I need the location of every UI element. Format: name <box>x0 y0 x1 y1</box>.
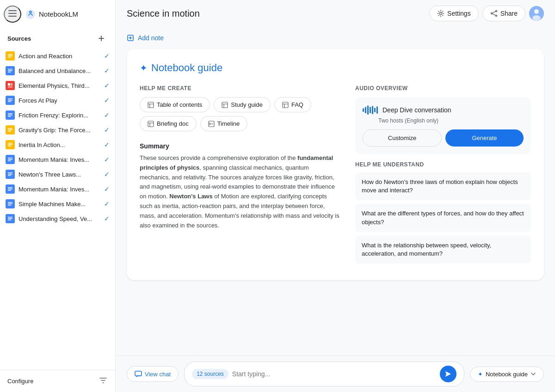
audio-wave <box>363 104 378 116</box>
svg-rect-10 <box>8 72 11 73</box>
svg-rect-21 <box>8 129 12 130</box>
svg-rect-12 <box>11 83 12 86</box>
svg-rect-38 <box>8 217 12 218</box>
audio-card-subtitle: Two hosts (English only) <box>378 117 524 124</box>
source-icon-yellow <box>6 140 15 149</box>
svg-rect-24 <box>8 144 12 145</box>
svg-rect-5 <box>8 54 12 55</box>
svg-rect-11 <box>8 83 10 86</box>
add-note-label: Add note <box>138 34 164 42</box>
source-check: ✓ <box>104 185 110 193</box>
share-icon <box>490 10 498 17</box>
list-item[interactable]: Understanding Speed, Ve... ✓ <box>0 211 115 226</box>
notebook-title: Science in motion <box>127 8 200 19</box>
timeline-button[interactable]: Timeline <box>200 116 248 131</box>
guide-right: Audio Overview <box>355 85 531 267</box>
chat-input-area: 12 sources <box>184 361 464 386</box>
avatar <box>529 6 544 21</box>
filter-button[interactable] <box>99 376 108 386</box>
add-source-button[interactable] <box>95 32 108 45</box>
source-label: Momentum Mania: Inves... <box>18 156 100 163</box>
svg-rect-25 <box>8 146 11 147</box>
briefing-doc-button[interactable]: Briefing doc <box>140 116 197 131</box>
faq-button[interactable]: FAQ <box>274 97 311 112</box>
source-check: ✓ <box>104 52 110 60</box>
help-create-label: Help me create <box>140 85 340 92</box>
list-item[interactable]: What is the relationship between speed, … <box>355 236 531 263</box>
svg-rect-7 <box>8 57 11 58</box>
sidebar-header: NotebookLM <box>0 0 115 28</box>
chevron-down-icon <box>530 371 536 377</box>
study-guide-label: Study guide <box>231 101 263 108</box>
guide-title-text: Notebook guide <box>151 62 222 74</box>
svg-rect-30 <box>8 174 12 175</box>
list-item[interactable]: Momentum Mania: Inves... ✓ <box>0 182 115 196</box>
list-item[interactable]: Newton's Three Laws... ✓ <box>0 167 115 182</box>
source-check: ✓ <box>104 82 110 89</box>
list-item[interactable]: Elemental Physics, Third... ✓ <box>0 78 115 93</box>
study-icon <box>222 102 228 108</box>
list-item[interactable]: Friction Frenzy: Explorin... ✓ <box>0 108 115 122</box>
main-content: Science in motion Settings Share <box>116 0 555 392</box>
audio-card-header: Deep Dive conversation <box>363 104 524 116</box>
settings-button[interactable]: Settings <box>429 6 479 21</box>
guide-title: ✦ Notebook guide <box>140 62 531 74</box>
briefing-doc-label: Briefing doc <box>157 120 189 127</box>
source-icon-blue <box>6 199 15 208</box>
list-item[interactable]: Forces At Play ✓ <box>0 93 115 108</box>
source-label: Elemental Physics, Third... <box>18 82 100 89</box>
table-of-contents-label: Table of contents <box>157 101 202 108</box>
source-label: Gravity's Grip: The Force... <box>18 127 100 134</box>
svg-rect-31 <box>8 175 11 176</box>
svg-rect-19 <box>8 116 11 117</box>
summary-section: Summary These sources provide a comprehe… <box>140 142 340 230</box>
source-label: Balanced and Unbalance... <box>18 67 100 74</box>
source-check: ✓ <box>104 97 110 104</box>
source-icon-blue <box>6 214 15 223</box>
study-guide-button[interactable]: Study guide <box>214 97 271 112</box>
faq-label: FAQ <box>291 101 303 108</box>
audio-card-title: Deep Dive conversation <box>382 106 451 114</box>
guide-left: Help me create Table of contents <box>140 85 340 267</box>
source-icon-blue <box>6 184 15 194</box>
share-button[interactable]: Share <box>482 6 525 21</box>
svg-rect-0 <box>8 10 17 11</box>
svg-rect-35 <box>8 202 12 203</box>
svg-rect-15 <box>8 100 12 101</box>
view-chat-button[interactable]: View chat <box>127 366 179 382</box>
table-of-contents-button[interactable]: Table of contents <box>140 97 210 112</box>
share-label: Share <box>500 10 518 17</box>
view-chat-label: View chat <box>145 371 171 378</box>
list-item[interactable]: Inertia In Action... ✓ <box>0 137 115 152</box>
bottom-bar: View chat 12 sources ✦ Notebook guide <box>116 355 555 392</box>
source-icon-yellow <box>6 125 15 135</box>
list-item[interactable]: Gravity's Grip: The Force... ✓ <box>0 122 115 137</box>
list-item[interactable]: What are the different types of forces, … <box>355 204 531 232</box>
understand-item-text: How do Newton's three laws of motion exp… <box>362 178 518 194</box>
source-label: Action and Reaction <box>18 53 100 60</box>
svg-rect-6 <box>8 55 12 56</box>
svg-rect-9 <box>8 70 12 71</box>
svg-rect-18 <box>8 115 12 116</box>
list-item[interactable]: How do Newton's three laws of motion exp… <box>355 172 531 200</box>
settings-label: Settings <box>447 10 471 17</box>
list-item[interactable]: Action and Reaction ✓ <box>0 49 115 63</box>
svg-rect-27 <box>8 159 12 160</box>
source-icon-blue <box>6 96 15 105</box>
menu-button[interactable] <box>4 6 21 23</box>
notebook-guide-button[interactable]: ✦ Notebook guide <box>470 367 544 382</box>
chat-input[interactable] <box>232 370 436 378</box>
generate-button[interactable]: Generate <box>445 129 524 147</box>
list-item[interactable]: Simple Machines Make... ✓ <box>0 196 115 211</box>
source-label: Forces At Play <box>18 97 100 104</box>
add-note-bar[interactable]: Add note <box>127 31 544 49</box>
send-button[interactable] <box>440 366 456 382</box>
svg-rect-32 <box>8 187 12 188</box>
svg-rect-37 <box>8 205 11 206</box>
list-item[interactable]: Momentum Mania: Inves... ✓ <box>0 152 115 167</box>
source-icon-red <box>6 81 15 90</box>
customize-button[interactable]: Customize <box>363 129 442 147</box>
source-icon-blue <box>6 66 15 75</box>
list-item[interactable]: Balanced and Unbalance... ✓ <box>0 63 115 78</box>
svg-rect-16 <box>8 101 11 102</box>
